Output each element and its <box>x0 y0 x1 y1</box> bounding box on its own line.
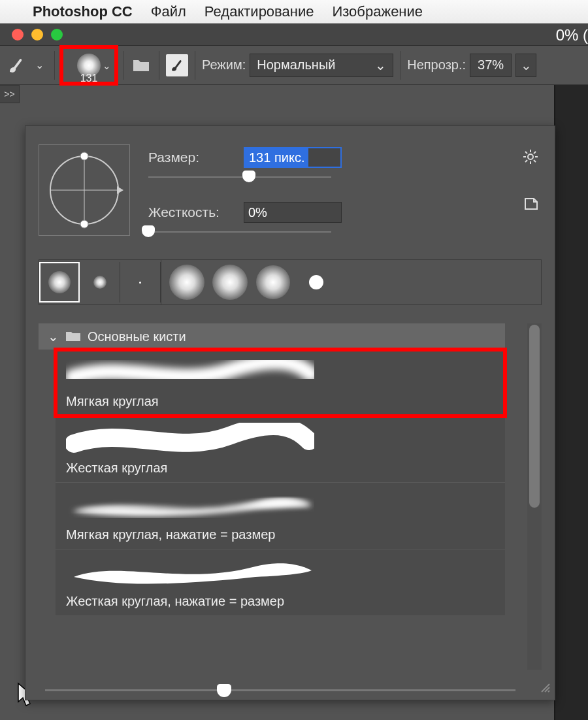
brush-preset-label: Мягкая круглая, нажатие = размер <box>66 527 495 542</box>
opacity-input[interactable]: 37% <box>470 54 512 77</box>
hardness-input[interactable]: 0% <box>244 202 342 223</box>
brush-preset-item[interactable]: Мягкая круглая, нажатие = размер <box>56 483 505 549</box>
hardness-slider[interactable] <box>148 227 331 237</box>
tool-item[interactable] <box>3 278 21 297</box>
brush-tip[interactable] <box>39 262 80 303</box>
tool-preset-dropdown[interactable]: ⌄ <box>31 56 48 74</box>
chevron-down-icon: ⌄ <box>103 60 111 72</box>
divider <box>159 51 159 80</box>
preview-size-slider[interactable] <box>45 683 515 697</box>
svg-line-13 <box>534 152 536 154</box>
svg-line-17 <box>548 691 549 692</box>
tool-item[interactable] <box>3 187 21 205</box>
svg-line-12 <box>534 160 536 162</box>
opacity-value: 37% <box>478 57 504 73</box>
brush-preset-item[interactable]: Мягкая круглая <box>56 350 505 416</box>
divider <box>195 51 195 80</box>
blend-mode-value: Нормальный <box>257 57 335 73</box>
app-name-menu[interactable]: Photoshop CC <box>33 3 133 20</box>
options-bar: ⌄ ⌄ 131 Режим: Нормальный ⌄ Непрозр.: 37… <box>0 46 588 85</box>
window-titlebar <box>0 24 588 46</box>
brush-preset-popover: Размер: 131 пикс. Жесткость: 0% <box>25 125 555 700</box>
opacity-label: Непрозр.: <box>407 57 466 73</box>
app-window: ⌄ ⌄ 131 Режим: Нормальный ⌄ Непрозр.: 37… <box>0 24 588 720</box>
brush-tip[interactable] <box>120 262 161 303</box>
brush-preset-label: Мягкая круглая <box>66 394 495 409</box>
tool-item[interactable] <box>3 324 21 342</box>
brush-preset-list: ⌄ Основные кисти Мягкая круглаяЖесткая к… <box>39 323 542 670</box>
brush-tip[interactable] <box>80 262 120 303</box>
tool-strip <box>0 128 22 720</box>
chevron-down-icon: ⌄ <box>48 329 59 344</box>
brush-tool-icon[interactable] <box>5 54 27 76</box>
canvas-area[interactable] <box>554 85 588 720</box>
chevrons-right-icon: >> <box>4 89 14 99</box>
brush-tip-row <box>39 259 542 305</box>
brush-preset-picker[interactable]: ⌄ 131 <box>61 47 116 84</box>
window-minimize-button[interactable] <box>31 29 43 41</box>
svg-point-6 <box>528 154 533 159</box>
brush-tip[interactable] <box>168 263 206 301</box>
size-input[interactable]: 131 пикс. <box>244 147 342 168</box>
blend-mode-select[interactable]: Нормальный ⌄ <box>250 54 393 77</box>
document-tab-label[interactable]: 0% ( <box>556 26 588 44</box>
chevron-down-icon: ⌄ <box>375 57 386 73</box>
menu-file[interactable]: Файл <box>151 3 186 20</box>
svg-line-14 <box>525 160 527 162</box>
vertical-scrollbar[interactable] <box>527 323 542 670</box>
folder-icon <box>65 331 81 342</box>
size-slider[interactable] <box>148 172 331 182</box>
svg-point-4 <box>80 152 88 160</box>
brush-size-readout: 131 <box>80 73 98 84</box>
window-zoom-button[interactable] <box>51 29 63 41</box>
size-label: Размер: <box>148 150 233 165</box>
opacity-dropdown[interactable]: ⌄ <box>515 54 536 77</box>
resize-grip-icon[interactable] <box>539 681 551 696</box>
brush-folder-header[interactable]: ⌄ Основные кисти <box>39 323 505 350</box>
tool-item[interactable] <box>3 141 21 159</box>
panel-menu-button[interactable] <box>522 148 539 168</box>
folder-title: Основные кисти <box>88 329 186 344</box>
brush-angle-control[interactable] <box>39 144 130 236</box>
brush-settings-button[interactable] <box>166 54 188 76</box>
brush-tip[interactable] <box>254 263 292 301</box>
menu-image[interactable]: Изображение <box>332 3 423 20</box>
chevron-down-icon: ⌄ <box>521 57 532 73</box>
brush-panel-toggle[interactable] <box>130 54 152 76</box>
new-brush-preset-button[interactable] <box>523 197 539 214</box>
scrollbar-thumb[interactable] <box>529 325 540 508</box>
window-close-button[interactable] <box>12 29 24 41</box>
divider <box>54 51 55 80</box>
expand-panels-button[interactable]: >> <box>0 85 20 103</box>
hardness-label: Жесткость: <box>148 205 233 220</box>
brush-preset-item[interactable]: Жесткая круглая, нажатие = размер <box>56 549 505 616</box>
mode-label: Режим: <box>202 57 246 73</box>
svg-marker-3 <box>117 186 123 194</box>
brush-preset-label: Жесткая круглая, нажатие = размер <box>66 594 495 609</box>
tool-item[interactable] <box>3 233 21 251</box>
menu-edit[interactable]: Редактирование <box>204 3 314 20</box>
mac-menubar: Photoshop CC Файл Редактирование Изображ… <box>0 0 588 24</box>
svg-line-11 <box>525 152 527 154</box>
svg-point-5 <box>80 220 88 228</box>
divider <box>400 51 400 80</box>
divider <box>123 51 123 80</box>
brush-tip[interactable] <box>297 263 335 301</box>
brush-tip[interactable] <box>211 263 249 301</box>
brush-preset-item[interactable]: Жесткая круглая <box>56 416 505 483</box>
brush-preset-label: Жесткая круглая <box>66 461 495 476</box>
